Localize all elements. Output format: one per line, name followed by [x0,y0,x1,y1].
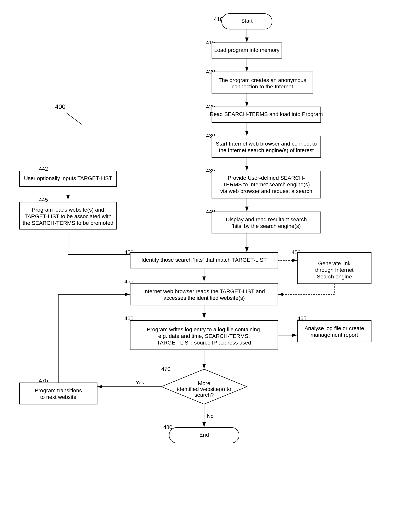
start-browser-label1: Start Internet web browser and connect t… [216,141,317,147]
program-loads-label3: the SEARCH-TERMS to be promoted [23,220,114,226]
diagram-label: 400 [55,103,65,110]
generate-link-label3: Search engine [317,274,352,280]
provide-search-terms-label3: via web browser and request a search [220,188,312,194]
anonymous-connection-label2: connection to the Internet [232,84,293,90]
analyse-log-label1: Analyse log file or create [305,325,364,331]
identify-hits-label: Identify those search 'hits' that match … [142,257,267,263]
next-website-label2: to next website [40,394,77,400]
end-label: End [199,432,209,438]
svg-line-2 [66,113,82,124]
more-websites-label1: More [198,380,210,386]
provide-search-terms-label2: TERMS to Internet search engine(s) [223,181,310,188]
log-entry-label3: TARGET-LIST, source IP address used [157,340,251,346]
more-websites-label2: identified website(s) to [177,386,231,392]
next-website-label1: Program transitions [35,388,82,393]
more-websites-label3: search? [194,392,214,398]
analyse-log-label2: management report [311,332,358,338]
user-target-list-label: User optionally inputs TARGET-LIST [24,175,112,181]
provide-search-terms-label1: Provide User-defined SEARCH- [228,175,305,181]
yes-label: Yes [136,380,144,386]
generate-link-label2: through Internet [315,267,354,273]
no-label: No [207,413,213,419]
program-loads-label1: Program loads website(s) and [32,207,104,213]
display-hits-label2: 'hits' by the search engine(s) [232,223,301,229]
start-browser-label2: the Internet search engine(s) of interes… [219,147,314,153]
start-label: Start [241,18,252,24]
generate-link-label1: Generate link [318,260,351,266]
browser-reads-label2: accesses the identified website(s) [164,295,245,301]
browser-reads-label1: Internet web browser reads the TARGET-LI… [143,288,265,294]
label-480: 480 [163,424,173,430]
label-470: 470 [161,366,171,372]
display-hits-label1: Display and read resultant search [226,217,307,222]
program-loads-label2: TARGET-LIST to be associated with [25,213,111,219]
load-program-label: Load program into memory [214,47,279,53]
anonymous-connection-label1: The program creates an anonymous [219,77,306,83]
read-search-terms-label: Read SEARCH-TERMS and load into Program [210,111,323,117]
flowchart-diagram: 400 410 Start 415 Load program into memo… [0,0,414,532]
log-entry-label2: e.g. date and time, SEARCH-TERMS, [158,333,250,339]
log-entry-label1: Program writes log entry to a log file c… [147,326,261,332]
